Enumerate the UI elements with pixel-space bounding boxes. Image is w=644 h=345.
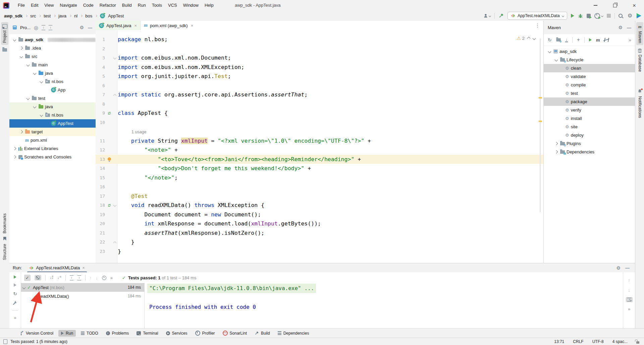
- code-line[interactable]: 12 "<note>" +: [96, 145, 543, 155]
- expand-all-icon[interactable]: ↕: [70, 275, 73, 280]
- menu-tools[interactable]: Tools: [149, 0, 165, 11]
- menu-file[interactable]: File: [15, 0, 28, 11]
- test-row-readxmldata[interactable]: ✓ readXMLData() 184 ms: [21, 292, 144, 300]
- menu-navigate[interactable]: Navigate: [57, 0, 80, 11]
- jetbrains-toolbox-icon[interactable]: [636, 13, 641, 18]
- chevron-right-icon[interactable]: [13, 147, 16, 150]
- tree-row-main-nlbos[interactable]: nl.bos: [9, 77, 96, 86]
- panel-settings-gear-icon[interactable]: ⚙: [618, 25, 623, 30]
- test-settings-wrench-icon[interactable]: [13, 301, 17, 305]
- code-line[interactable]: 14 "<body>Don't forget me this weekend!<…: [96, 164, 543, 173]
- maven-goal-test[interactable]: ⚙ test: [544, 89, 635, 97]
- show-passed-toggle[interactable]: ✓: [24, 275, 31, 281]
- code-line[interactable]: 7import static org.assertj.core.api.Asse…: [96, 90, 543, 99]
- maven-goal-deploy[interactable]: ⚙ deploy: [544, 131, 635, 139]
- tree-row-test-java[interactable]: java: [9, 102, 96, 111]
- more-icon[interactable]: »: [628, 306, 630, 312]
- intention-bulb-icon[interactable]: [106, 155, 112, 164]
- usages-inlay-hint[interactable]: 1 usage: [131, 130, 146, 134]
- breadcrumb-nl[interactable]: nl: [74, 13, 77, 18]
- code-line[interactable]: 9class AppTest {: [96, 109, 543, 118]
- breadcrumb-test[interactable]: test: [44, 13, 51, 18]
- chevron-down-icon[interactable]: [40, 114, 43, 117]
- status-window-icon[interactable]: [3, 339, 7, 344]
- tree-row-pomxml[interactable]: m pom.xml: [9, 136, 96, 144]
- toggle-auto-test-icon[interactable]: ↻: [13, 291, 17, 296]
- run-maven-goal-icon[interactable]: [589, 38, 592, 42]
- maven-goal-install[interactable]: ⚙ install: [544, 114, 635, 123]
- toolbar-build[interactable]: Build: [252, 330, 273, 337]
- test-row-apptest[interactable]: ✓ AppTest (nl.bos) 184 ms: [21, 283, 144, 292]
- run-configuration-select[interactable]: AppTest.readXMLData: [507, 12, 567, 20]
- breadcrumb-java[interactable]: java: [58, 13, 66, 18]
- debug-button[interactable]: [578, 13, 583, 18]
- maven-row-project[interactable]: awp_sdk: [544, 47, 635, 56]
- sidebar-tab-notifications[interactable]: Notifications: [636, 87, 643, 120]
- code-line[interactable]: 8: [96, 99, 543, 109]
- menu-refactor[interactable]: Refactor: [97, 0, 119, 11]
- code-line[interactable]: 22 }: [96, 237, 543, 247]
- tree-row-main-java[interactable]: java: [9, 69, 96, 77]
- fold-marker-icon[interactable]: [112, 90, 118, 99]
- chevron-right-icon[interactable]: [13, 155, 16, 159]
- settings-gear-icon[interactable]: ⚙: [628, 13, 632, 18]
- maven-row-dependencies[interactable]: Dependencies: [544, 148, 635, 156]
- caret-position[interactable]: 13:71: [554, 339, 564, 344]
- rerun-button[interactable]: [14, 275, 16, 279]
- breadcrumb-bos[interactable]: bos: [85, 13, 92, 18]
- bookmark-icon[interactable]: [3, 237, 6, 240]
- tree-row-test[interactable]: test: [9, 94, 96, 102]
- code-line[interactable]: 6: [96, 81, 543, 90]
- more-icon[interactable]: »: [629, 38, 631, 43]
- code-line[interactable]: 18 void readXMLData() throws XMLExceptio…: [96, 201, 543, 210]
- search-everywhere-icon[interactable]: [619, 14, 623, 18]
- menu-edit[interactable]: Edit: [28, 0, 41, 11]
- run-test-gutter-icon[interactable]: [106, 109, 112, 118]
- code-editor[interactable]: 1package nl.bos;23import com.eibus.xml.n…: [96, 30, 543, 263]
- breadcrumb-apptest[interactable]: AppTest: [108, 13, 124, 18]
- toolbar-profiler[interactable]: Profiler: [193, 330, 218, 337]
- chevron-down-icon[interactable]: [548, 50, 551, 53]
- code-line[interactable]: 11 private String xmlInput = "<?xml vers…: [96, 136, 543, 146]
- close-tab-icon[interactable]: ×: [134, 23, 137, 28]
- reload-maven-icon[interactable]: ↻: [548, 38, 552, 42]
- menu-vcs[interactable]: VCS: [165, 0, 180, 11]
- hide-panel-icon[interactable]: —: [625, 266, 630, 270]
- toolbar-dependencies[interactable]: Dependencies: [275, 330, 312, 337]
- chevron-down-icon[interactable]: [13, 38, 16, 42]
- chevron-down-icon[interactable]: [22, 286, 26, 289]
- menu-run[interactable]: Run: [135, 0, 149, 11]
- chevron-right-icon[interactable]: [554, 142, 558, 145]
- code-line[interactable]: 19 Document document = new Document();: [96, 210, 543, 219]
- run-test-gutter-icon[interactable]: [106, 201, 112, 210]
- breadcrumb-project[interactable]: awp_sdk: [4, 13, 22, 18]
- maven-goal-compile[interactable]: ⚙ compile: [544, 81, 635, 89]
- code-line[interactable]: 21 assertThat(xmlResponse).isNotZero();: [96, 228, 543, 238]
- soft-wrap-toggle[interactable]: [626, 297, 633, 302]
- code-line[interactable]: 16: [96, 182, 543, 192]
- test-history-icon[interactable]: [102, 276, 106, 280]
- previous-failed-test-icon[interactable]: ↑: [90, 275, 92, 280]
- code-line[interactable]: 13 "<to>Tove</to><from>Jani</from><headi…: [96, 155, 543, 164]
- warning-stripe-mark[interactable]: [539, 97, 542, 98]
- maven-goal-site[interactable]: ⚙ site: [544, 123, 635, 131]
- chevron-down-icon[interactable]: [19, 55, 23, 58]
- collapse-all-icon[interactable]: ↕: [49, 25, 52, 30]
- close-tab-icon[interactable]: ×: [82, 265, 85, 270]
- scroll-down-icon[interactable]: ↓: [628, 287, 630, 293]
- more-icon[interactable]: »: [14, 315, 16, 320]
- rerun-failed-tests-button[interactable]: [14, 283, 16, 287]
- sidebar-tab-project[interactable]: Project: [1, 22, 8, 45]
- tab-apptest-java[interactable]: AppTest.java ×: [96, 21, 141, 30]
- sort-alphabetically-icon[interactable]: ↓: [50, 275, 53, 280]
- menu-window[interactable]: Window: [180, 0, 202, 11]
- skip-tests-icon[interactable]: [604, 38, 609, 42]
- breadcrumb-src[interactable]: src: [30, 13, 36, 18]
- maven-row-plugins[interactable]: Plugins: [544, 139, 635, 148]
- fold-marker-icon[interactable]: [112, 237, 118, 247]
- toolbar-todo[interactable]: TODO: [78, 330, 101, 337]
- hide-panel-icon[interactable]: —: [88, 25, 92, 30]
- tree-row-apptest-class-selected[interactable]: AppTest: [9, 119, 96, 128]
- maven-goal-clean[interactable]: ⚙ clean: [544, 64, 635, 72]
- sort-by-duration-icon[interactable]: ↓: [57, 275, 61, 280]
